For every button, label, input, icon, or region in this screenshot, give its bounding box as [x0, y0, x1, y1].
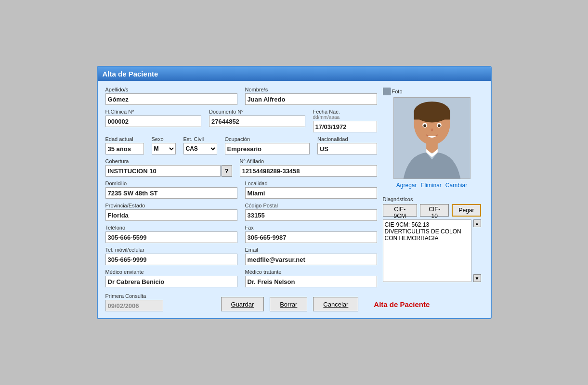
- domicilio-input[interactable]: [105, 187, 237, 199]
- patient-photo: [394, 97, 470, 179]
- edad-input[interactable]: [105, 143, 144, 154]
- medico-tratante-input[interactable]: [245, 276, 377, 287]
- provincia-label: Provincia/Estado: [105, 203, 237, 208]
- photo-actions: Agregar Eliminar Cambiar: [396, 182, 467, 189]
- medico-tratante-label: Médico tratante: [245, 269, 377, 275]
- email-label: Email: [245, 247, 377, 253]
- afiliado-input[interactable]: [240, 165, 377, 177]
- eliminar-link[interactable]: Eliminar: [421, 182, 442, 189]
- bottom-row: Primera Consulta Guardar Borrar Cancelar…: [104, 290, 485, 313]
- cobertura-label: Cobertura: [105, 158, 232, 164]
- primera-consulta-input[interactable]: [105, 300, 163, 311]
- svg-point-6: [423, 124, 426, 127]
- diagnosticos-label: Diagnósticos: [383, 196, 481, 202]
- fax-input[interactable]: [245, 231, 377, 243]
- est-civil-select[interactable]: CAS SOL DIV VIU: [183, 143, 217, 154]
- action-buttons: Guardar Borrar Cancelar Alta de Paciente: [221, 297, 430, 311]
- medico-enviante-label: Médico enviante: [105, 269, 237, 275]
- edad-label: Edad actual: [105, 136, 144, 142]
- sexo-select[interactable]: M F: [152, 143, 176, 154]
- cie10-button[interactable]: CIE-10: [420, 204, 449, 217]
- fax-label: Fax: [245, 225, 377, 231]
- foto-label: Foto: [383, 88, 403, 95]
- apellidos-input[interactable]: [105, 93, 237, 105]
- alta-paciente-text: Alta de Paciente: [374, 300, 430, 308]
- localidad-input[interactable]: [245, 187, 377, 199]
- pegar-button[interactable]: Pegar: [452, 204, 481, 217]
- cambiar-link[interactable]: Cambiar: [445, 182, 467, 189]
- fecha-nac-sublabel: dd/mm/aaaa: [313, 115, 377, 120]
- domicilio-label: Domicilio: [105, 180, 237, 186]
- cancelar-button[interactable]: Cancelar: [313, 297, 358, 311]
- hclinica-input[interactable]: [105, 116, 202, 127]
- dialog-title: Alta de Paciente: [98, 67, 491, 81]
- localidad-label: Localidad: [245, 180, 377, 186]
- svg-point-7: [437, 124, 440, 127]
- guardar-button[interactable]: Guardar: [221, 297, 264, 311]
- primera-consulta-label: Primera Consulta: [105, 293, 163, 299]
- sexo-label: Sexo: [152, 136, 176, 142]
- telefono-label: Teléfono: [105, 225, 237, 231]
- nacionalidad-label: Nacionalidad: [317, 136, 377, 142]
- codigo-postal-label: Código Postal: [245, 203, 377, 208]
- documento-input[interactable]: [209, 116, 305, 127]
- provincia-input[interactable]: [105, 209, 237, 221]
- est-civil-label: Est. Civil: [183, 136, 217, 142]
- scroll-up-button[interactable]: ▲: [473, 219, 481, 227]
- email-input[interactable]: [245, 254, 377, 265]
- cie9-button[interactable]: CIE-9CM: [383, 204, 418, 217]
- scroll-down-button[interactable]: ▼: [473, 274, 481, 282]
- cobertura-input[interactable]: [105, 165, 221, 177]
- nacionalidad-input[interactable]: [317, 143, 377, 154]
- diagnostics-buttons: CIE-9CM CIE-10 Pegar: [383, 204, 481, 217]
- documento-label: Documento Nº: [209, 109, 305, 115]
- apellidos-label: Apellido/s: [105, 87, 237, 92]
- photo-box: [393, 97, 470, 179]
- hclinica-label: H.Clínica Nº: [105, 109, 202, 115]
- fecha-nac-label: Fecha Nac. dd/mm/aaaa: [313, 109, 377, 120]
- nombres-label: Nombre/s: [245, 87, 377, 92]
- primera-consulta-section: Primera Consulta: [105, 293, 163, 311]
- ocupacion-label: Ocupación: [225, 136, 310, 142]
- telefono-input[interactable]: [105, 231, 237, 243]
- alta-paciente-dialog: Alta de Paciente Apellido/s Nombre/s: [97, 66, 492, 319]
- ocupacion-input[interactable]: [225, 143, 310, 154]
- medico-enviante-input[interactable]: [105, 276, 237, 287]
- diagnosticos-textarea[interactable]: CIE-9CM: 562.13 DIVERTICULITIS DE COLON …: [383, 219, 471, 282]
- cobertura-question-button[interactable]: ?: [222, 165, 232, 177]
- codigo-postal-input[interactable]: [245, 209, 377, 221]
- tel-movil-input[interactable]: [105, 254, 237, 265]
- borrar-button[interactable]: Borrar: [270, 297, 307, 311]
- person-icon: [383, 88, 391, 95]
- afiliado-label: Nº Afiliado: [240, 158, 377, 164]
- nombres-input[interactable]: [245, 93, 377, 105]
- tel-movil-label: Tel. móvil/celular: [105, 247, 237, 253]
- agregar-link[interactable]: Agregar: [396, 182, 417, 189]
- fecha-nac-input[interactable]: [313, 121, 377, 132]
- svg-rect-3: [414, 111, 450, 120]
